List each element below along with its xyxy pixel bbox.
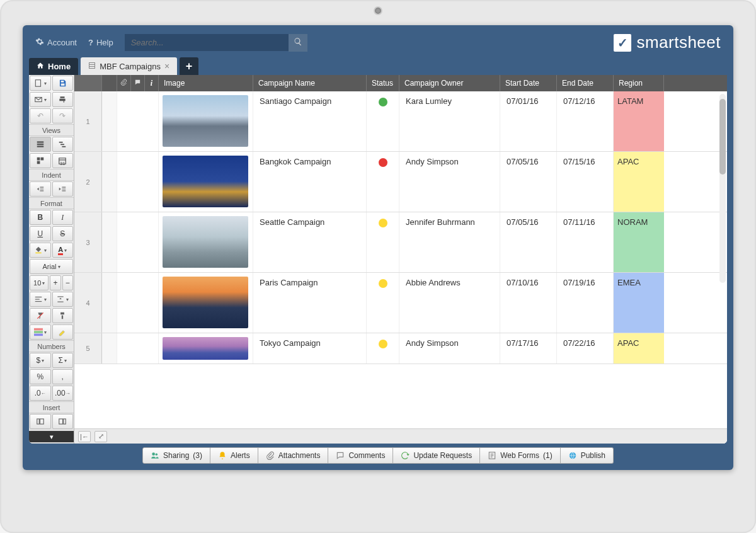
add-tab-button[interactable]: + — [180, 57, 198, 75]
horizontal-align-button[interactable] — [30, 292, 51, 307]
strikethrough-button[interactable]: S — [52, 226, 74, 241]
attachments-tab[interactable]: Attachments — [258, 447, 329, 464]
goto-start-button[interactable]: |← — [78, 431, 91, 442]
image-cell[interactable] — [159, 152, 253, 212]
indent-button[interactable] — [52, 181, 74, 197]
redo-button[interactable]: ↷ — [52, 108, 74, 123]
help-link[interactable]: ? Help — [88, 38, 113, 47]
search-button[interactable] — [289, 34, 307, 52]
meta-cells[interactable] — [117, 212, 159, 272]
expand-header[interactable] — [102, 75, 117, 91]
vertical-scrollbar[interactable] — [719, 94, 726, 283]
font-family-select[interactable]: Arial — [30, 259, 73, 274]
status-cell[interactable] — [367, 91, 399, 151]
meta-cells[interactable] — [117, 273, 159, 333]
account-link[interactable]: Account — [35, 37, 77, 48]
region-cell[interactable]: LATAM — [614, 91, 664, 151]
table-row[interactable]: 1Santiago CampaignKara Lumley07/01/1607/… — [74, 91, 727, 152]
expand-cell[interactable] — [102, 91, 117, 151]
sum-button[interactable]: Σ — [52, 353, 74, 368]
close-tab-icon[interactable]: × — [164, 61, 169, 71]
underline-button[interactable]: U — [30, 226, 51, 241]
status-cell[interactable] — [367, 333, 399, 364]
save-button[interactable] — [52, 76, 74, 91]
sheet-body[interactable]: 1Santiago CampaignKara Lumley07/01/1607/… — [74, 91, 727, 428]
highlight-changes-button[interactable] — [52, 324, 74, 340]
collapse-toolbar-button[interactable]: ▾ — [29, 431, 74, 442]
end-date-cell[interactable]: 07/12/16 — [557, 91, 614, 151]
image-cell[interactable] — [159, 91, 253, 151]
column-campaign-name[interactable]: Campaign Name — [253, 75, 367, 91]
decrease-decimal-button[interactable]: .0← — [30, 386, 51, 401]
start-date-cell[interactable]: 07/01/16 — [500, 91, 557, 151]
row-number[interactable]: 4 — [74, 273, 102, 333]
sheet-actions-button[interactable] — [30, 76, 51, 91]
gantt-view-button[interactable] — [52, 137, 74, 152]
insert-left-button[interactable] — [30, 414, 51, 429]
vertical-align-button[interactable] — [52, 292, 74, 307]
font-color-button[interactable]: A — [52, 243, 74, 258]
end-date-cell[interactable]: 07/19/16 — [557, 273, 614, 333]
print-button[interactable] — [52, 92, 74, 107]
calendar-view-button[interactable]: 31 — [52, 153, 74, 168]
start-date-cell[interactable]: 07/05/16 — [500, 212, 557, 272]
meta-cells[interactable] — [117, 333, 159, 364]
status-cell[interactable] — [367, 212, 399, 272]
image-cell[interactable] — [159, 212, 253, 272]
tab-sheet[interactable]: MBF Campaigns × — [81, 57, 177, 75]
search-input[interactable] — [125, 34, 289, 51]
conditional-format-button[interactable] — [30, 324, 51, 340]
campaign-name-cell[interactable]: Paris Campaign — [253, 273, 367, 333]
font-size-select[interactable]: 10 — [30, 275, 49, 290]
card-view-button[interactable] — [30, 153, 51, 168]
currency-button[interactable]: $ — [30, 353, 51, 368]
increase-decimal-button[interactable]: .00→ — [52, 386, 74, 401]
expand-cell[interactable] — [102, 333, 117, 364]
expand-fullscreen-button[interactable]: ⤢ — [94, 431, 107, 442]
web-forms-tab[interactable]: Web Forms (1) — [480, 447, 560, 464]
region-cell[interactable]: EMEA — [614, 273, 664, 333]
start-date-cell[interactable]: 07/17/16 — [500, 333, 557, 364]
tab-home[interactable]: Home — [29, 58, 78, 75]
update-requests-tab[interactable]: Update Requests — [393, 447, 480, 464]
end-date-cell[interactable]: 07/11/16 — [557, 212, 614, 272]
thousands-button[interactable]: , — [52, 369, 74, 384]
insert-right-button[interactable] — [52, 414, 74, 429]
column-owner[interactable]: Campaign Owner — [399, 75, 500, 91]
comment-header[interactable] — [131, 75, 145, 91]
font-decrease-button[interactable]: − — [62, 275, 73, 290]
alerts-tab[interactable]: Alerts — [210, 447, 258, 464]
column-region[interactable]: Region — [614, 75, 664, 91]
column-end-date[interactable]: End Date — [557, 75, 614, 91]
fill-color-button[interactable] — [30, 243, 51, 258]
region-cell[interactable]: APAC — [614, 333, 664, 364]
row-number[interactable]: 3 — [74, 212, 102, 272]
campaign-name-cell[interactable]: Santiago Campaign — [253, 91, 367, 151]
email-button[interactable] — [30, 92, 51, 107]
font-increase-button[interactable]: + — [50, 275, 60, 290]
expand-cell[interactable] — [102, 152, 117, 212]
start-date-cell[interactable]: 07/10/16 — [500, 273, 557, 333]
row-number-header[interactable] — [74, 75, 102, 91]
publish-tab[interactable]: Publish — [561, 447, 614, 464]
campaign-name-cell[interactable]: Bangkok Campaign — [253, 152, 367, 212]
expand-cell[interactable] — [102, 212, 117, 272]
italic-button[interactable]: I — [52, 210, 74, 225]
owner-cell[interactable]: Andy Simpson — [399, 152, 500, 212]
undo-button[interactable]: ↶ — [30, 108, 51, 123]
bold-button[interactable]: B — [30, 210, 51, 225]
attachment-header[interactable] — [117, 75, 131, 91]
end-date-cell[interactable]: 07/15/16 — [557, 152, 614, 212]
table-row[interactable]: 5Tokyo CampaignAndy Simpson07/17/1607/22… — [74, 333, 727, 364]
column-image[interactable]: Image — [159, 75, 253, 91]
column-status[interactable]: Status — [367, 75, 399, 91]
clear-format-button[interactable] — [30, 308, 51, 323]
comments-tab[interactable]: Comments — [328, 447, 393, 464]
meta-cells[interactable] — [117, 152, 159, 212]
info-header[interactable]: i — [145, 75, 159, 91]
region-cell[interactable]: NORAM — [614, 212, 664, 272]
sharing-tab[interactable]: Sharing (3) — [142, 447, 210, 464]
campaign-name-cell[interactable]: Seattle Campaign — [253, 212, 367, 272]
column-start-date[interactable]: Start Date — [500, 75, 557, 91]
grid-view-button[interactable] — [30, 137, 51, 152]
